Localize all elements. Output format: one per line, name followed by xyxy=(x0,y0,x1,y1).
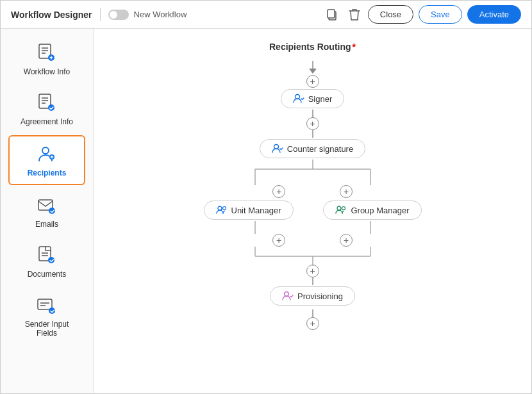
header-actions: Close Save Activate xyxy=(323,5,521,24)
provisioning-icon xyxy=(282,291,294,301)
svg-rect-20 xyxy=(38,299,52,309)
add-icon-branch-left: + xyxy=(276,187,281,196)
connector-line-1 xyxy=(312,61,313,69)
svg-rect-1 xyxy=(328,10,335,18)
signer-node[interactable]: Signer xyxy=(281,89,345,108)
documents-icon xyxy=(35,244,58,267)
provisioning-label: Provisioning xyxy=(297,291,343,301)
signer-icon xyxy=(293,94,304,104)
sidebar-item-label-workflow-info: Workflow Info xyxy=(24,67,70,76)
connector-line-2 xyxy=(312,110,313,117)
svg-point-12 xyxy=(42,147,49,154)
delete-button[interactable] xyxy=(346,6,363,24)
arrow-down-1 xyxy=(309,69,317,74)
agreement-info-icon xyxy=(35,92,58,115)
unit-manager-node[interactable]: Unit Manager xyxy=(204,201,294,220)
provisioning-node[interactable]: Provisioning xyxy=(270,286,355,306)
group-manager-node[interactable]: Group Manager xyxy=(323,201,421,220)
counter-signature-node[interactable]: Counter signature xyxy=(260,139,365,158)
converge-svg xyxy=(210,247,415,266)
sidebar-item-documents[interactable]: Documents xyxy=(8,238,85,285)
svg-point-30 xyxy=(218,206,222,210)
add-icon-branch-right: + xyxy=(344,187,349,196)
sidebar-item-label-documents: Documents xyxy=(28,270,67,279)
sidebar-item-workflow-info[interactable]: Workflow Info xyxy=(8,35,85,83)
counter-signature-label: Counter signature xyxy=(287,144,353,154)
group-manager-label: Group Manager xyxy=(351,206,409,215)
required-star: * xyxy=(353,42,356,52)
activate-button[interactable]: Activate xyxy=(467,5,521,24)
workflow-info-icon xyxy=(35,42,58,65)
add-icon-2: + xyxy=(310,119,315,128)
branch-connector-svg xyxy=(210,160,415,185)
sidebar-item-label-sender-input-fields: Sender Input Fields xyxy=(13,320,80,338)
add-button-bottom[interactable]: + xyxy=(306,317,319,330)
connector-line-bottom xyxy=(312,309,313,317)
svg-point-11 xyxy=(48,104,54,111)
save-button[interactable]: Save xyxy=(419,5,462,24)
recipients-icon xyxy=(35,143,58,166)
sidebar: Workflow Info Agreement Info xyxy=(1,29,94,393)
sidebar-item-label-agreement-info: Agreement Info xyxy=(21,117,73,126)
sender-input-fields-icon xyxy=(35,294,58,317)
unit-manager-label: Unit Manager xyxy=(231,206,281,215)
signer-label: Signer xyxy=(308,94,333,104)
counter-signature-icon xyxy=(272,144,283,154)
add-button-1[interactable]: + xyxy=(306,75,319,88)
workflow-diagram: Recipients Routing * + xyxy=(153,42,473,330)
unit-manager-icon xyxy=(216,205,228,215)
diagram-title: Recipients Routing xyxy=(269,42,351,52)
add-button-converge[interactable]: + xyxy=(306,265,319,277)
workflow-toggle[interactable] xyxy=(108,10,129,20)
svg-point-19 xyxy=(48,257,54,263)
toggle-container: New Workflow xyxy=(108,10,323,20)
group-manager-icon xyxy=(335,205,347,215)
add-button-branch-right[interactable]: + xyxy=(340,185,353,198)
svg-point-15 xyxy=(49,208,55,214)
workflow-name: New Workflow xyxy=(134,10,187,19)
connector-line-3 xyxy=(312,130,313,138)
header-divider xyxy=(100,8,101,21)
sidebar-item-sender-input-fields[interactable]: Sender Input Fields xyxy=(8,288,85,344)
header: Workflow Designer New Workflow Close Sav… xyxy=(1,1,531,29)
copy-button[interactable] xyxy=(323,6,341,24)
svg-point-31 xyxy=(222,207,226,210)
svg-point-32 xyxy=(337,206,341,210)
branch-converge-svg xyxy=(210,221,415,244)
sidebar-item-label-emails: Emails xyxy=(35,220,58,229)
app-title: Workflow Designer xyxy=(11,10,92,20)
close-button[interactable]: Close xyxy=(368,5,413,24)
add-button-branch-left[interactable]: + xyxy=(272,185,285,198)
add-icon-converge: + xyxy=(310,267,315,275)
add-icon-1: + xyxy=(310,77,315,86)
emails-icon xyxy=(35,194,58,217)
copy-icon xyxy=(326,8,338,21)
main-layout: Workflow Info Agreement Info xyxy=(1,29,531,393)
connector-line-provisioning xyxy=(312,277,313,285)
sidebar-item-recipients[interactable]: Recipients xyxy=(8,135,85,185)
svg-point-33 xyxy=(342,207,345,210)
svg-point-23 xyxy=(49,308,55,314)
add-button-2[interactable]: + xyxy=(306,117,319,130)
sidebar-item-emails[interactable]: Emails xyxy=(8,188,85,235)
content-area: Recipients Routing * + xyxy=(94,29,531,393)
sidebar-item-label-recipients: Recipients xyxy=(28,168,67,177)
sidebar-item-agreement-info[interactable]: Agreement Info xyxy=(8,85,85,133)
add-icon-bottom: + xyxy=(310,319,315,328)
trash-icon xyxy=(349,8,360,21)
